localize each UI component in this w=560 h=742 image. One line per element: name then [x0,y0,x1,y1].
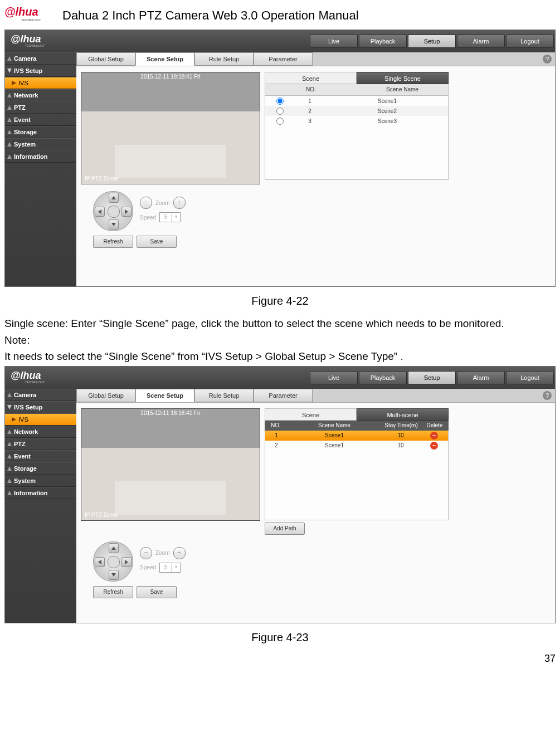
ptz-left-button[interactable] [95,207,105,217]
speed-select[interactable]: 5▾ [159,212,181,222]
sidebar-item-ivs[interactable]: IVS [5,413,76,426]
svg-text:TECHNOLOGY: TECHNOLOGY [25,380,45,384]
sidebar-item-information[interactable]: Information [5,487,76,499]
topnav-logout[interactable]: Logout [506,35,554,48]
ptz-up-button[interactable] [109,193,119,203]
topnav-playback[interactable]: Playback [359,371,407,384]
speed-select[interactable]: 5▾ [159,563,181,573]
multi-scene-row[interactable]: 2 Scene1 10 − [265,441,448,451]
help-icon[interactable]: ? [543,391,552,400]
subtab-scene-setup[interactable]: Scene Setup [135,389,194,402]
topnav-setup[interactable]: Setup [408,35,456,48]
zoom-in-button[interactable]: + [173,197,186,209]
subtab-parameter[interactable]: Parameter [254,52,313,66]
sidebar-item-ivs-setup[interactable]: IVS Setup [5,65,76,77]
topnav-live[interactable]: Live [310,371,358,384]
speed-value: 5 [160,563,172,572]
app-logo: @lhuaTECHNOLOGY [11,369,55,387]
topnav-alarm[interactable]: Alarm [457,35,505,48]
help-icon[interactable]: ? [543,55,552,64]
speed-label: Speed [140,564,156,570]
subtab-rule-setup[interactable]: Rule Setup [194,389,254,402]
column-scene-name: Scene Name [357,84,448,95]
dahua-logo: @lhua TECHNOLOGY [4,4,51,26]
sidebar-label: PTZ [14,441,26,447]
save-button[interactable]: Save [137,236,177,248]
scene-radio[interactable] [276,108,284,115]
scene-radio[interactable] [276,97,284,105]
document-header: @lhua TECHNOLOGY Dahua 2 Inch PTZ Camera… [4,4,556,26]
zoom-out-button[interactable]: − [140,197,152,209]
speed-value: 5 [160,213,172,222]
ptz-controls: − Zoom + Speed 5▾ [76,538,555,584]
sidebar-item-ptz[interactable]: PTZ [5,101,76,114]
app-logo: @lhuaTECHNOLOGY [11,32,55,50]
subtab-global-setup[interactable]: Global Setup [76,52,135,66]
sidebar-label: IVS Setup [14,404,42,411]
svg-text:TECHNOLOGY: TECHNOLOGY [21,18,41,22]
ptz-center-button[interactable] [108,556,120,568]
add-path-button[interactable]: Add Path [265,523,305,535]
subtab-parameter[interactable]: Parameter [254,389,313,402]
multi-scene-row[interactable]: 1 Scene1 10 − [265,431,448,441]
app-screenshot-single-scene: @lhuaTECHNOLOGY Live Playback Setup Alar… [4,30,556,287]
subtab-global-setup[interactable]: Global Setup [76,389,135,402]
topnav-setup[interactable]: Setup [408,371,456,384]
col-no: NO. [265,421,287,431]
ptz-left-button[interactable] [95,557,105,567]
sidebar-item-event[interactable]: Event [5,114,76,126]
ptz-up-button[interactable] [109,543,119,553]
sidebar-item-event[interactable]: Event [5,450,76,462]
scene-no: 3 [293,118,327,124]
ptz-right-button[interactable] [121,557,132,567]
subtab-rule-setup[interactable]: Rule Setup [194,52,254,66]
delete-icon[interactable]: − [430,442,438,450]
refresh-button[interactable]: Refresh [93,586,133,598]
sidebar-item-ivs[interactable]: IVS [5,77,76,89]
delete-icon[interactable]: − [430,432,438,440]
scene-panel-single: Scene Single Scene NO. Scene Name 1 Scen… [265,72,449,184]
save-button[interactable]: Save [137,586,177,598]
zoom-in-button[interactable]: + [173,547,186,559]
sidebar-item-information[interactable]: Information [5,150,76,163]
sidebar-item-system[interactable]: System [5,138,76,150]
topnav-alarm[interactable]: Alarm [457,371,505,384]
scene-header-label: Scene [265,72,357,84]
sidebar-label: Camera [14,392,36,398]
ptz-down-button[interactable] [109,570,119,580]
sidebar-label: System [14,141,36,148]
sidebar-item-camera[interactable]: Camera [5,389,76,401]
sidebar-item-ptz[interactable]: PTZ [5,438,76,450]
sidebar-item-network[interactable]: Network [5,89,76,101]
ptz-center-button[interactable] [108,206,120,218]
zoom-label: Zoom [155,550,170,556]
subtab-scene-setup[interactable]: Scene Setup [135,52,194,66]
sidebar-item-network[interactable]: Network [5,426,76,438]
sidebar-label: Camera [14,55,36,62]
topnav-logout[interactable]: Logout [506,371,554,384]
topnav-playback[interactable]: Playback [359,35,407,48]
row-no: 1 [265,432,288,438]
chevron-down-icon: ▾ [172,563,180,572]
ptz-right-button[interactable] [121,207,132,217]
multi-scene-list: 1 Scene1 10 − 2 Scene1 10 − [265,431,449,520]
refresh-button[interactable]: Refresh [93,236,133,248]
sidebar-item-storage[interactable]: Storage [5,126,76,138]
svg-marker-21 [7,466,12,471]
scene-radio[interactable] [276,118,284,125]
sidebar-item-storage[interactable]: Storage [5,462,76,475]
col-delete: Delete [421,421,449,431]
sidebar-item-system[interactable]: System [5,475,76,487]
scene-row[interactable]: 2 Scene2 [265,106,448,116]
sidebar-item-camera[interactable]: Camera [5,52,76,65]
col-stay: Stay Time(m) [382,421,421,431]
scene-row[interactable]: 1 Scene1 [265,96,448,106]
ptz-down-button[interactable] [109,219,119,230]
sidebar-item-ivs-setup[interactable]: IVS Setup [5,401,76,413]
topnav-live[interactable]: Live [310,35,358,48]
osd-camera-name: IP PTZ Dome [85,175,118,182]
scene-name: Scene2 [327,108,448,114]
zoom-out-button[interactable]: − [140,547,152,559]
scene-row[interactable]: 3 Scene3 [265,116,448,126]
scene-header-label: Scene [265,408,357,421]
